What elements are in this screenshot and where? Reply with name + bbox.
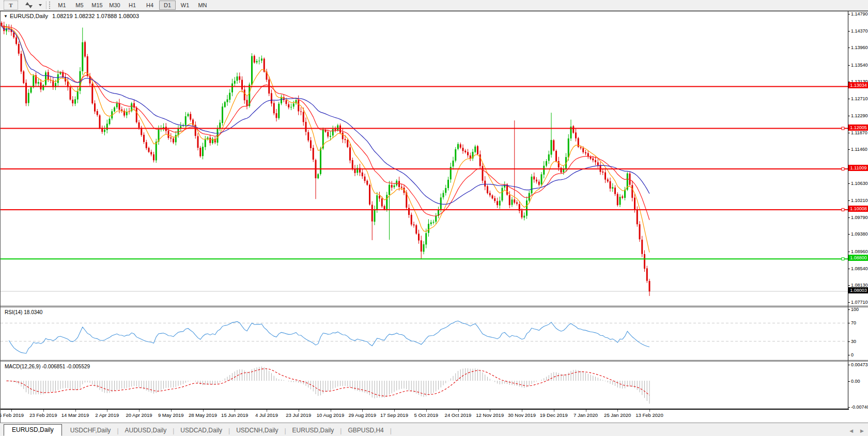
date-label: 2 Apr 2019 [95,412,119,418]
date-label: 13 Feb 2020 [636,412,663,418]
date-label: 14 Mar 2019 [61,412,89,418]
pane-divider[interactable] [1,360,868,361]
date-tick [458,410,459,412]
price-axis-label: 1.14370 [851,28,868,34]
text-tool-button[interactable]: T [4,1,18,10]
date-label: 5 Oct 2019 [414,412,438,418]
tab-scroll-left-icon[interactable]: ◀ [849,428,853,433]
arrows-tool-button[interactable] [22,1,36,10]
price-axis-label: 1.12710 [851,96,868,101]
timeframe-button-m1[interactable]: M1 [54,1,70,10]
date-label: 9 May 2019 [158,412,184,418]
axis-tick [848,217,850,218]
toolbar-grip[interactable] [49,2,51,9]
chart-tab-usdcad-daily[interactable]: USDCAD,Daily [174,426,228,435]
price-axis-label: 1.11870 [851,130,867,135]
chart-symbol-period: EURUSD,Daily [10,13,48,19]
toolbar-separator [46,1,47,9]
arrow-down-icon [28,5,33,8]
date-label: 5 Feb 2019 [0,412,24,418]
timeframe-button-mn[interactable]: MN [194,1,211,10]
date-tick [75,410,76,412]
timeframe-button-m30[interactable]: M30 [106,1,123,10]
level-handle[interactable] [842,168,844,170]
axis-tick [848,252,850,252]
date-label: 28 May 2019 [189,412,217,418]
date-tick [522,410,522,412]
pane-divider[interactable] [1,307,868,307]
date-label: 10 Aug 2019 [317,412,344,418]
price-axis-label: 1.11460 [851,147,867,152]
date-tick [362,410,363,412]
timeframe-button-m5[interactable]: M5 [71,1,88,10]
level-price-tag: 1.13034 [848,82,868,88]
date-label: 25 Jan 2020 [604,412,631,418]
mt4-terminal: T M1M5M15M30H1H4D1W1MN ▼EURUSD,Daily1.08… [0,0,868,436]
chart-dropdown-icon[interactable]: ▼ [4,14,8,19]
axis-tick [848,234,850,235]
date-label: 7 Jan 2020 [574,412,598,418]
date-tick [331,410,331,412]
date-tick [586,410,586,412]
date-tick [171,410,172,412]
pane-divider[interactable] [1,361,868,362]
date-label: 29 Aug 2019 [349,412,376,418]
date-label: 15 Jun 2019 [221,412,248,418]
tab-separator: | [390,427,392,434]
chart-window[interactable]: ▼EURUSD,Daily1.08219 1.08232 1.07888 1.0… [0,11,868,423]
timeframe-button-m15[interactable]: M15 [89,1,105,10]
price-pane[interactable] [1,12,848,305]
axis-tick [848,302,850,303]
rsi-axis-label: 70 [851,320,856,325]
chart-tab-gbpusd-h4[interactable]: GBPUSD,H4 [342,426,390,435]
chart-tab-bar: EURUSD,DailyUSDCHF,Daily|AUDUSD,Daily|US… [0,423,868,436]
macd-indicator-label: MACD(12,26,9) -0.006851 -0.005529 [5,364,90,369]
chart-tab-eurusd-daily[interactable]: EURUSD,Daily [286,426,340,435]
chart-tab-usdchf-daily[interactable]: USDCHF,Daily [64,426,117,435]
date-label: 17 Sep 2019 [380,412,408,418]
caret-down-icon[interactable] [39,4,42,6]
rsi-axis-label: 30 [851,339,856,344]
axis-tick [848,133,850,133]
timeframe-button-h4[interactable]: H4 [142,1,158,10]
macd-pane[interactable] [1,361,848,408]
date-tick [426,410,427,412]
price-axis-label: 1.07710 [851,300,868,305]
date-label: 4 Jul 2019 [255,412,278,418]
pane-divider[interactable] [1,306,868,306]
level-price-tag: 1.11009 [848,165,868,171]
axis-tick [848,341,850,342]
timeframe-button-d1[interactable]: D1 [159,1,176,10]
macd-axis-label: 0.00 [851,379,860,384]
rsi-pane[interactable] [1,307,848,360]
date-tick [139,410,140,412]
rsi-axis-label: 0 [851,352,854,357]
price-axis-label: 1.10210 [851,198,868,203]
date-tick [11,410,12,412]
axis-tick [848,48,850,48]
price-axis-label: 1.10630 [851,181,868,186]
level-handle[interactable] [842,258,844,260]
date-label: 20 Apr 2019 [126,412,152,418]
date-tick [649,410,650,412]
level-price-tag: 1.12005 [848,124,868,131]
axis-tick [848,65,850,66]
chart-ohlc-values: 1.08219 1.08232 1.07888 1.08003 [52,13,139,19]
timeframe-button-h1[interactable]: H1 [124,1,141,10]
level-handle[interactable] [842,208,844,211]
price-axis-label: 1.09380 [851,231,868,237]
axis-tick [848,381,850,382]
axis-tick [848,31,850,32]
timeframe-button-w1[interactable]: W1 [177,1,193,10]
date-label: 19 Dec 2019 [540,412,568,418]
level-handle[interactable] [842,127,844,130]
chart-tab-audusd-daily[interactable]: AUDUSD,Daily [119,426,173,435]
price-axis-label: 1.12290 [851,113,868,118]
axis-tick [848,355,850,355]
chart-tab-eurusd-daily[interactable]: EURUSD,Daily [4,424,62,436]
price-axis-label: 1.14790 [851,11,868,17]
tab-scroll-right-icon[interactable]: ▶ [860,428,864,433]
axis-tick [848,149,850,150]
chart-tab-usdcnh-daily[interactable]: USDCNH,Daily [230,426,284,435]
date-tick [107,410,107,412]
